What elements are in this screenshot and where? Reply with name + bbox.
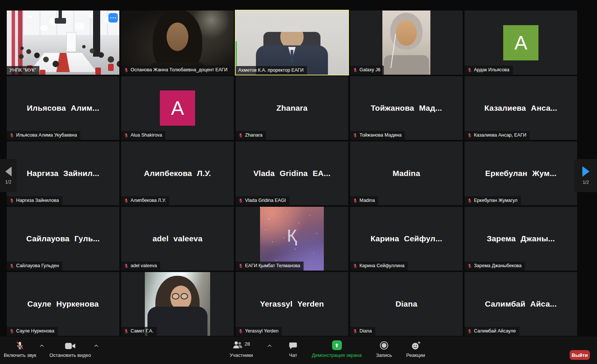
muted-mic-icon [467,198,472,203]
participant-display-name: Ильясова Алим... [7,76,119,140]
muted-mic-icon [124,133,129,138]
participant-tile[interactable]: Самет Г.А. [121,272,234,336]
participant-name-label: Yerassyl Yerden [236,327,282,336]
participant-name-label: Madina [350,196,378,205]
unmute-label: Включить звук [4,352,36,358]
muted-mic-icon [124,263,129,268]
muted-mic-icon [353,68,358,72]
participants-count: 28 [245,341,250,347]
record-icon [379,340,389,350]
more-options-button[interactable] [108,13,118,23]
participant-tile[interactable]: DianaDiana [350,272,463,336]
participant-name-label: Салимбай Айсауле [465,327,519,336]
stop-video-label: Остановить видео [50,352,91,358]
participant-display-name: Наргиза Зайнил... [7,141,119,205]
participant-tile[interactable]: ZhanaraZhanara [236,76,348,140]
participant-grid: УНПК "МУК"Оспанова Жанна Толюбаевна_доце… [7,11,577,336]
participant-display-name: Yerassyl Yerden [236,272,348,336]
share-screen-icon [332,340,342,350]
participant-tile[interactable]: Сайлауова Гуль...Сайлауова Гульден [7,207,119,271]
participant-tile[interactable]: Наргиза Зайнил...Наргиза Зайнилова [7,141,119,205]
muted-mic-icon [467,133,472,138]
previous-page-button[interactable]: 1/2 [0,159,17,192]
audio-options-caret[interactable] [39,344,44,347]
participant-tile[interactable]: Ахметов К.А. проректор ЕАГИ [236,11,348,75]
participant-display-name: Сайлауова Гуль... [7,207,119,271]
participants-label: Участники [230,352,253,358]
leave-button[interactable]: Выйти [570,350,590,360]
muted-mic-icon [353,133,358,138]
record-label: Запись [376,352,392,358]
chat-button[interactable]: Чат [287,340,299,358]
muted-mic-icon [124,198,129,203]
muted-mic-icon [467,263,472,268]
participants-button[interactable]: 28 Участники [228,340,254,358]
stop-video-button[interactable]: Остановить видео [48,340,93,358]
video-feed [7,11,119,75]
participant-tile[interactable]: Алипбекова Л.У.Алипбекова Л.У. [121,141,234,205]
video-feed [121,272,234,336]
participant-name-label: Тойжанова Мадина [350,131,405,140]
camera-icon [65,340,76,350]
muted-mic-icon [467,68,472,72]
reactions-button[interactable]: Реакции [405,340,427,358]
participant-tile[interactable]: adel valeevaadel valeeva [121,207,234,271]
video-options-caret[interactable] [94,344,99,347]
participant-name-label: Diana [350,327,375,336]
video-feed [121,11,234,75]
muted-mic-icon [9,133,14,138]
unmute-button[interactable]: Включить звук [2,340,38,358]
participant-tile[interactable]: Зарема Джаны...Зарема Джаныбекова [465,207,577,271]
participant-display-name: Еркебулан Жум... [465,141,577,205]
participant-display-name: Сауле Нуркенова [7,272,119,336]
participant-tile[interactable]: Тойжанова Мад...Тойжанова Мадина [350,76,463,140]
participant-tile[interactable]: MadinaMadina [350,141,463,205]
participant-tile[interactable]: AAlua Shakirova [121,76,234,140]
reactions-icon [411,340,421,350]
participant-display-name: Алипбекова Л.У. [121,141,234,205]
participant-tile[interactable]: УНПК "МУК" [7,11,119,75]
participant-name-label: Еркебулан Жумагул [465,196,521,205]
muted-mic-icon [9,329,14,334]
participant-name-label: Ардак Ильясова [465,66,513,75]
participant-display-name: Карина Сейфул... [350,207,463,271]
participant-tile[interactable]: Сауле НуркеноваСауле Нуркенова [7,272,119,336]
muted-mic-icon [238,329,243,334]
share-screen-label: Демонстрация экрана [312,352,362,358]
participant-display-name: Салимбай Айса... [465,272,577,336]
participant-tile[interactable]: Еркебулан Жум...Еркебулан Жумагул [465,141,577,205]
participant-display-name: Зарема Джаны... [465,207,577,271]
participant-display-name: Zhanara [236,76,348,140]
participant-name-label: Zhanara [236,131,266,140]
participant-tile[interactable]: Оспанова Жанна Толюбаевна_доцент ЕАГИ [121,11,234,75]
record-button[interactable]: Запись [374,340,394,358]
participant-tile[interactable]: Ильясова Алим...Ильясова Алима Укубаевна [7,76,119,140]
next-page-arrow-icon [582,166,589,177]
participant-tile[interactable]: Vlada Gridina EA...Vlada Gridina EAGI [236,141,348,205]
participant-tile[interactable]: Yerassyl YerdenYerassyl Yerden [236,272,348,336]
muted-mic-icon [353,198,358,203]
participant-display-name: Madina [350,141,463,205]
participant-tile[interactable]: Galaxy J6 [350,11,463,75]
participant-tile[interactable]: Карина Сейфул...Карина Сейфуллина [350,207,463,271]
participant-name-label: Сауле Нуркенова [7,327,58,336]
muted-mic-icon [9,198,14,203]
participant-tile[interactable]: Казалиева Анса...Казалиева Ансар, ЕАГИ [465,76,577,140]
participant-name-label: УНПК "МУК" [7,66,39,75]
muted-mic-icon [353,263,358,268]
participant-tile[interactable]: AАрдак Ильясова [465,11,577,75]
next-page-button[interactable]: 1/2 [574,159,597,192]
avatar: A [503,25,538,60]
participant-display-name: Тойжанова Мад... [350,76,463,140]
avatar-letter: A [514,32,528,54]
participants-caret[interactable] [267,344,272,347]
participant-tile[interactable]: Салимбай Айса...Салимбай Айсауле [465,272,577,336]
participant-tile[interactable]: ҚЕАГИ Қымбат Телманова [236,207,348,271]
muted-mic-icon [238,263,243,268]
muted-mic-icon [467,329,472,334]
participant-display-name: Vlada Gridina EA... [236,141,348,205]
share-screen-button[interactable]: Демонстрация экрана [310,340,363,358]
page-indicator: 1/2 [5,179,12,185]
participant-name-label: Сайлауова Гульден [7,262,62,271]
muted-mic-icon [124,329,129,334]
